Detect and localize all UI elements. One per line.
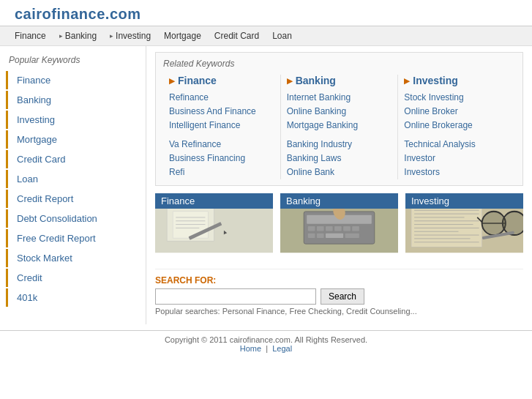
header: cairofinance.com — [0, 0, 532, 26]
panel-title-investing: Investing — [405, 193, 523, 209]
content-area: Related Keywords ▶ Finance Refinance Bus… — [146, 46, 532, 324]
nav-item-finance[interactable]: Finance — [15, 31, 46, 41]
keyword-col-title-banking: ▶ Banking — [287, 75, 392, 86]
nav-item-investing[interactable]: ▸ Investing — [110, 31, 151, 41]
sidebar-item-401k[interactable]: 401k — [6, 288, 146, 307]
main-layout: Popular Keywords Finance Banking Investi… — [0, 46, 532, 324]
keyword-col-title-finance: ▶ Finance — [169, 75, 274, 86]
triangle-icon: ▶ — [287, 77, 293, 85]
nav-item-mortgage[interactable]: Mortgage — [164, 31, 201, 41]
kw-businessfinancing[interactable]: Business Financing — [169, 152, 274, 165]
image-panel-finance[interactable]: Finance — [155, 193, 273, 261]
kw-bankingindustry[interactable]: Banking Industry — [287, 138, 392, 152]
kw-varefinance[interactable]: Va Refinance — [169, 138, 274, 152]
keyword-col-title-investing: ▶ Investing — [404, 75, 509, 86]
kw-investors[interactable]: Investors — [404, 165, 509, 179]
sidebar-item-investing[interactable]: Investing — [6, 111, 146, 129]
keyword-col-banking: ▶ Banking Internet Banking Online Bankin… — [281, 75, 399, 179]
kw-stockinvesting[interactable]: Stock Investing — [404, 91, 509, 105]
kw-onlinebanking[interactable]: Online Banking — [287, 105, 392, 119]
kw-onlinebank[interactable]: Online Bank — [287, 165, 392, 179]
panel-title-finance: Finance — [155, 193, 273, 209]
col-title-text: Investing — [413, 75, 457, 86]
kw-refinance[interactable]: Refinance — [169, 91, 274, 105]
sidebar-item-stockmarket[interactable]: Stock Market — [6, 249, 146, 267]
svg-rect-21 — [345, 234, 359, 238]
kw-businessandfinance[interactable]: Business And Finance — [169, 105, 274, 119]
image-panel-investing[interactable]: Investing — [405, 193, 523, 261]
panel-title-banking: Banking — [280, 193, 398, 209]
keyword-col-finance: ▶ Finance Refinance Business And Finance… — [163, 75, 281, 179]
svg-point-39 — [482, 212, 505, 235]
kw-bankinglaws[interactable]: Banking Laws — [287, 152, 392, 165]
triangle-icon: ▶ — [404, 77, 410, 85]
col-title-text: Banking — [296, 75, 336, 86]
svg-rect-18 — [308, 234, 315, 238]
arrow-icon: ▸ — [110, 32, 113, 40]
sidebar-title: Popular Keywords — [0, 52, 146, 70]
kw-mortgagebanking[interactable]: Mortgage Banking — [287, 119, 392, 133]
sidebar: Popular Keywords Finance Banking Investi… — [0, 46, 146, 324]
search-button[interactable]: Search — [321, 288, 364, 305]
sidebar-item-finance[interactable]: Finance — [6, 71, 146, 89]
svg-rect-16 — [343, 226, 351, 231]
footer-link-legal[interactable]: Legal — [272, 344, 292, 353]
svg-rect-15 — [334, 226, 342, 231]
arrow-icon: ▸ — [59, 32, 63, 40]
svg-rect-19 — [317, 234, 324, 238]
related-keywords-section: Related Keywords ▶ Finance Refinance Bus… — [155, 52, 523, 186]
sidebar-item-creditcard[interactable]: Credit Card — [6, 150, 146, 168]
search-section: SEARCH FOR: Search Popular searches: Per… — [155, 269, 523, 318]
svg-rect-12 — [308, 226, 315, 231]
keywords-grid: ▶ Finance Refinance Business And Finance… — [163, 75, 515, 179]
footer: Copyright © 2011 cairofinance.com. All R… — [0, 330, 532, 357]
svg-rect-14 — [326, 226, 333, 231]
kw-technicalanalysis[interactable]: Technical Analysis — [404, 138, 509, 152]
triangle-icon: ▶ — [169, 77, 175, 85]
image-panel-banking[interactable]: Banking — [280, 193, 398, 261]
nav-item-creditcard[interactable]: Credit Card — [214, 31, 259, 41]
sidebar-item-loan[interactable]: Loan — [6, 170, 146, 188]
sidebar-item-debtconsolidation[interactable]: Debt Consolidation — [6, 209, 146, 228]
sidebar-item-mortgage[interactable]: Mortgage — [6, 130, 146, 149]
col-title-text: Finance — [178, 75, 217, 86]
search-input[interactable] — [155, 288, 316, 305]
site-title[interactable]: cairofinance.com — [15, 6, 141, 22]
search-row: Search — [155, 288, 523, 305]
svg-rect-20 — [326, 234, 343, 238]
keyword-col-investing: ▶ Investing Stock Investing Online Broke… — [398, 75, 515, 179]
popular-searches: Popular searches: Personal Finance, Free… — [155, 307, 523, 316]
copyright-text: Copyright © 2011 cairofinance.com. All R… — [4, 335, 528, 344]
top-nav: Finance ▸ Banking ▸ Investing Mortgage C… — [0, 26, 532, 46]
search-label: SEARCH FOR: — [155, 275, 523, 286]
svg-rect-25 — [411, 206, 482, 247]
svg-rect-13 — [317, 226, 324, 231]
sidebar-item-creditreport[interactable]: Credit Report — [6, 190, 146, 208]
sidebar-item-freecreditreport[interactable]: Free Credit Report — [6, 229, 146, 247]
kw-internetbanking[interactable]: Internet Banking — [287, 91, 392, 105]
footer-links: Home | Legal — [4, 344, 528, 353]
footer-link-home[interactable]: Home — [240, 344, 261, 353]
kw-onlinebroker[interactable]: Online Broker — [404, 105, 509, 119]
sidebar-item-banking[interactable]: Banking — [6, 91, 146, 109]
sidebar-item-credit[interactable]: Credit — [6, 269, 146, 287]
kw-onlinebrokerage[interactable]: Online Brokerage — [404, 119, 509, 133]
kw-investor[interactable]: Investor — [404, 152, 509, 165]
svg-rect-17 — [352, 226, 359, 231]
nav-item-banking[interactable]: ▸ Banking — [59, 31, 97, 41]
kw-refi[interactable]: Refi — [169, 165, 274, 179]
related-keywords-title: Related Keywords — [163, 59, 515, 69]
image-panels: Finance — [155, 193, 523, 261]
nav-item-loan[interactable]: Loan — [272, 31, 292, 41]
kw-intelligentfinance[interactable]: Intelligent Finance — [169, 119, 274, 133]
